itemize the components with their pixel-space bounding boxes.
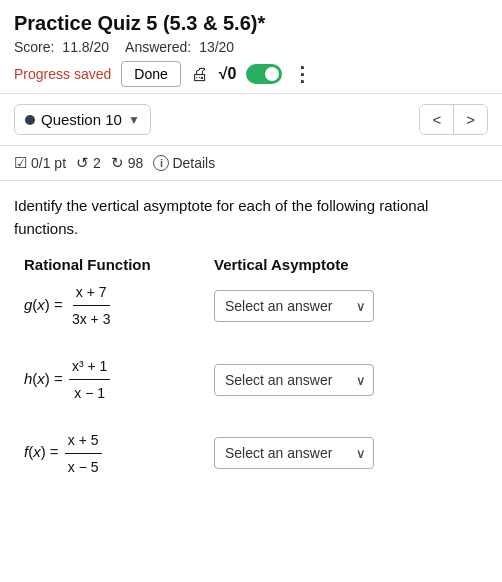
next-question-button[interactable]: > bbox=[454, 105, 487, 134]
points-meta: ☑ 0/1 pt bbox=[14, 154, 66, 172]
retry-icon: ↺ bbox=[76, 154, 89, 172]
toggle-switch[interactable] bbox=[246, 64, 282, 84]
function-cell-h: h(x) = x³ + 1 x − 1 bbox=[14, 355, 214, 405]
func-math-g: g(x) = x + 7 3x + 3 bbox=[24, 296, 115, 313]
sqrt-icon: √0 bbox=[219, 65, 237, 83]
function-cell-f: f(x) = x + 5 x − 5 bbox=[14, 429, 214, 479]
chevron-down-icon: ▼ bbox=[128, 113, 140, 127]
score-label: Score: 11.8/20 bbox=[14, 39, 109, 55]
fraction-f: x + 5 x − 5 bbox=[65, 429, 102, 479]
table-row: f(x) = x + 5 x − 5 Select an answer x = … bbox=[14, 429, 488, 479]
answer-cell-h: Select an answer x = 1 x = -1 x = 0 x = … bbox=[214, 364, 488, 396]
answer-dropdown-wrapper-f: Select an answer x = 5 x = -5 x = 0 x = … bbox=[214, 437, 374, 469]
fraction-g: x + 7 3x + 3 bbox=[69, 281, 114, 331]
info-icon: i bbox=[153, 155, 169, 171]
function-cell-g: g(x) = x + 7 3x + 3 bbox=[14, 281, 214, 331]
submissions-meta: ↻ 98 bbox=[111, 154, 144, 172]
details-link[interactable]: i Details bbox=[153, 155, 215, 171]
table-header: Rational Function Vertical Asymptote bbox=[14, 256, 488, 281]
question-label: Question 10 bbox=[41, 111, 122, 128]
more-menu-icon[interactable]: ⋮ bbox=[292, 62, 313, 86]
question-body: Identify the vertical asymptote for each… bbox=[0, 181, 502, 512]
submissions-value: 98 bbox=[128, 155, 144, 171]
score-row: Score: 11.8/20 Answered: 13/20 bbox=[14, 39, 488, 55]
retries-meta: ↺ 2 bbox=[76, 154, 101, 172]
answer-dropdown-wrapper-g: Select an answer x = -1 x = 1 x = 0 x = … bbox=[214, 290, 374, 322]
question-meta: ☑ 0/1 pt ↺ 2 ↻ 98 i Details bbox=[0, 146, 502, 181]
page-title: Practice Quiz 5 (5.3 & 5.6)* bbox=[14, 12, 488, 35]
print-icon[interactable]: 🖨 bbox=[191, 64, 209, 85]
question-nav: Question 10 ▼ < > bbox=[0, 94, 502, 146]
header: Practice Quiz 5 (5.3 & 5.6)* Score: 11.8… bbox=[0, 0, 502, 94]
col-header-asymptote: Vertical Asymptote bbox=[214, 256, 488, 273]
question-text: Identify the vertical asymptote for each… bbox=[14, 195, 488, 240]
col-header-function: Rational Function bbox=[14, 256, 214, 273]
question-dot bbox=[25, 115, 35, 125]
answer-select-h[interactable]: Select an answer x = 1 x = -1 x = 0 x = … bbox=[214, 364, 374, 396]
sync-icon: ↻ bbox=[111, 154, 124, 172]
check-icon: ☑ bbox=[14, 154, 27, 172]
points-value: 0/1 pt bbox=[31, 155, 66, 171]
table-row: g(x) = x + 7 3x + 3 Select an answer x =… bbox=[14, 281, 488, 331]
answer-dropdown-wrapper-h: Select an answer x = 1 x = -1 x = 0 x = … bbox=[214, 364, 374, 396]
answered-label: Answered: 13/20 bbox=[125, 39, 234, 55]
func-math-f: f(x) = x + 5 x − 5 bbox=[24, 443, 104, 460]
answer-select-g[interactable]: Select an answer x = -1 x = 1 x = 0 x = … bbox=[214, 290, 374, 322]
table-row: h(x) = x³ + 1 x − 1 Select an answer x =… bbox=[14, 355, 488, 405]
fraction-h: x³ + 1 x − 1 bbox=[69, 355, 110, 405]
retries-value: 2 bbox=[93, 155, 101, 171]
done-button[interactable]: Done bbox=[121, 61, 180, 87]
answer-select-f[interactable]: Select an answer x = 5 x = -5 x = 0 x = … bbox=[214, 437, 374, 469]
question-table: Rational Function Vertical Asymptote g(x… bbox=[14, 256, 488, 478]
answer-cell-f: Select an answer x = 5 x = -5 x = 0 x = … bbox=[214, 437, 488, 469]
progress-saved-text: Progress saved bbox=[14, 66, 111, 82]
func-math-h: h(x) = x³ + 1 x − 1 bbox=[24, 370, 112, 387]
answer-cell-g: Select an answer x = -1 x = 1 x = 0 x = … bbox=[214, 290, 488, 322]
details-label: Details bbox=[172, 155, 215, 171]
nav-arrows: < > bbox=[419, 104, 488, 135]
header-actions: Progress saved Done 🖨 √0 ⋮ bbox=[14, 61, 488, 87]
question-dropdown[interactable]: Question 10 ▼ bbox=[14, 104, 151, 135]
prev-question-button[interactable]: < bbox=[420, 105, 454, 134]
